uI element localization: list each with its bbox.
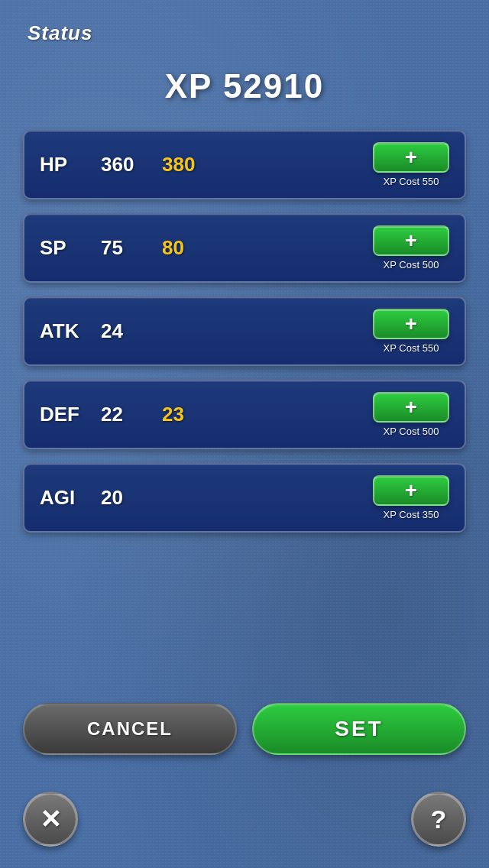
stat-row-agi: AGI 20 + XP Cost 350 [23, 463, 466, 533]
stat-values-agi: 20 [93, 486, 373, 510]
xp-cost-hp: XP Cost 550 [384, 176, 439, 187]
stats-container: HP 360 380 + XP Cost 550 SP 75 80 + XP C… [23, 130, 466, 533]
stat-label-agi: AGI [40, 486, 93, 510]
plus-icon-agi: + [405, 480, 417, 501]
stat-values-atk: 24 [93, 319, 373, 343]
help-button[interactable]: ? [411, 792, 466, 847]
plus-icon-sp: + [405, 230, 417, 251]
bottom-nav: ✕ ? [23, 792, 466, 847]
stat-current-sp: 75 [101, 236, 147, 260]
plus-icon-def: + [405, 397, 417, 418]
cancel-button[interactable]: CANCEL [23, 703, 237, 755]
xp-cost-def: XP Cost 500 [384, 426, 439, 437]
set-button-label: SET [335, 717, 383, 741]
help-icon: ? [431, 805, 447, 834]
xp-cost-agi: XP Cost 350 [384, 509, 439, 520]
stat-label-atk: ATK [40, 319, 93, 343]
xp-display: XP 52910 [0, 67, 489, 105]
stat-row-sp: SP 75 80 + XP Cost 500 [23, 213, 466, 283]
stat-right-hp: + XP Cost 550 [373, 142, 449, 187]
stat-right-agi: + XP Cost 350 [373, 475, 449, 520]
xp-cost-atk: XP Cost 550 [384, 342, 439, 354]
stat-values-sp: 75 80 [93, 236, 373, 260]
stat-row-hp: HP 360 380 + XP Cost 550 [23, 130, 466, 199]
stat-values-def: 22 23 [93, 403, 373, 426]
plus-button-agi[interactable]: + [373, 475, 449, 506]
stat-row-atk: ATK 24 + XP Cost 550 [23, 296, 466, 366]
cancel-button-label: CANCEL [87, 718, 173, 740]
plus-button-hp[interactable]: + [373, 142, 449, 173]
stat-current-def: 22 [101, 403, 147, 426]
page-title: Status [28, 21, 92, 45]
stat-label-def: DEF [40, 403, 93, 426]
stat-right-def: + XP Cost 500 [373, 392, 449, 437]
stat-values-hp: 360 380 [93, 153, 373, 177]
plus-button-atk[interactable]: + [373, 309, 449, 339]
stat-row-def: DEF 22 23 + XP Cost 500 [23, 380, 466, 449]
stat-label-hp: HP [40, 153, 93, 177]
plus-icon-atk: + [405, 313, 417, 335]
stat-next-hp: 380 [162, 153, 208, 177]
stat-current-agi: 20 [101, 486, 147, 510]
stat-right-sp: + XP Cost 500 [373, 225, 449, 270]
plus-button-sp[interactable]: + [373, 225, 449, 256]
close-button[interactable]: ✕ [23, 792, 78, 847]
stat-next-def: 23 [162, 403, 208, 426]
stat-current-hp: 360 [101, 153, 147, 177]
stat-current-atk: 24 [101, 319, 147, 343]
plus-icon-hp: + [405, 147, 417, 168]
set-button[interactable]: SET [252, 703, 466, 755]
xp-cost-sp: XP Cost 500 [384, 259, 439, 270]
stat-label-sp: SP [40, 236, 93, 260]
stat-right-atk: + XP Cost 550 [373, 309, 449, 354]
close-icon: ✕ [40, 804, 61, 834]
action-buttons: CANCEL SET [23, 703, 466, 755]
stat-next-sp: 80 [162, 236, 208, 260]
plus-button-def[interactable]: + [373, 392, 449, 423]
